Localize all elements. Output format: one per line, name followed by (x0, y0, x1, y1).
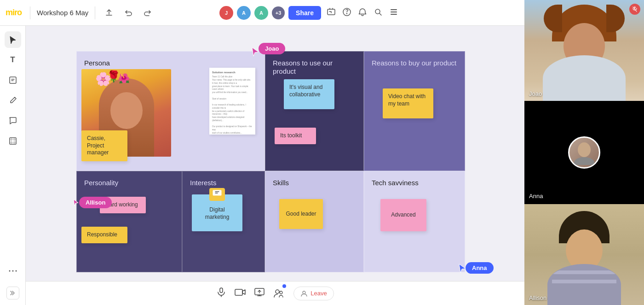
avatar-count: +3 (272, 6, 285, 19)
text-tool-icon: T (10, 55, 15, 65)
joao-cursor: Joao (251, 47, 259, 59)
avatar-user3: A (254, 6, 268, 20)
topbar-right: J A A +3 Share (219, 0, 400, 26)
tool-text[interactable]: T (5, 52, 21, 68)
anna-cursor: Anna (458, 263, 466, 275)
tool-comment[interactable] (5, 112, 21, 129)
cell-skills: Skills Good leader (265, 171, 364, 272)
search-icon[interactable] (372, 6, 385, 21)
cell-reasons-buy: Reasons to buy our product Video chat wi… (364, 51, 465, 171)
sticky-video-chat: Video chat with my team (383, 88, 433, 118)
tool-frame[interactable] (5, 133, 21, 149)
svg-rect-6 (10, 77, 16, 83)
chat-icon (209, 188, 225, 201)
sticky-digital-marketing-wrapper: Digital marketing (192, 194, 242, 236)
tool-select[interactable] (5, 31, 21, 48)
svg-rect-7 (10, 138, 16, 144)
notifications-icon[interactable] (356, 6, 369, 21)
svg-point-15 (276, 290, 279, 293)
leave-label: Leave (310, 290, 327, 297)
anna-label: Anna (466, 262, 494, 274)
sticky-good-leader: Good leader (279, 199, 323, 229)
share-screen-icon[interactable] (254, 287, 265, 299)
anna-name: Anna (529, 193, 543, 199)
notification-dot (282, 284, 286, 288)
sticky-responsible: Responsible (81, 227, 127, 243)
upload-button[interactable] (102, 6, 116, 20)
allison-name: Allison (529, 294, 546, 301)
reasons-buy-title: Reasons to buy our product (372, 59, 456, 67)
joao-mute-icon (629, 4, 640, 15)
svg-point-9 (12, 270, 13, 272)
svg-point-19 (578, 142, 591, 157)
persona-document: Solution research Team 11 Call this plan… (209, 68, 255, 135)
personality-title: Personality (84, 179, 118, 187)
board: Joao Allison Anna Persona (76, 51, 516, 295)
svg-rect-12 (220, 288, 223, 293)
reasons-use-title: Reasons to use our product (273, 59, 333, 75)
svg-point-17 (303, 291, 305, 294)
video-allison: Allison (524, 204, 644, 305)
sidebar-collapse-button[interactable] (6, 287, 19, 299)
leave-button[interactable]: Leave (293, 287, 334, 300)
svg-rect-13 (235, 289, 242, 295)
cell-personality: Personality Hard working Responsible (76, 171, 182, 272)
avatar-user1: J (219, 6, 233, 20)
joao-label: Joao (259, 43, 285, 54)
allison-label: Allison (79, 197, 112, 208)
miro-logo: miro (6, 8, 22, 18)
joao-name: Joao (529, 90, 542, 97)
tool-more[interactable] (5, 263, 21, 279)
avatar-user2: A (237, 6, 251, 20)
topbar-divider-2 (95, 6, 95, 19)
allison-cursor: Allison (73, 199, 79, 209)
sticky-toolkit: Its toolkit (275, 128, 316, 144)
tech-title: Tech savviness (372, 179, 419, 187)
sticky-advanced: Advanced (380, 199, 426, 231)
svg-rect-3 (391, 9, 397, 10)
menu-icon[interactable] (387, 6, 400, 21)
camera-icon[interactable] (235, 287, 246, 299)
cell-interests: Interests Digital marketing (182, 171, 265, 272)
topbar: miro Workshop 6 May J A A +3 Share (0, 0, 524, 26)
svg-rect-5 (391, 14, 397, 15)
tool-pen[interactable] (5, 92, 21, 109)
timer-icon[interactable] (325, 6, 338, 21)
bottom-bar: Leave (26, 281, 524, 305)
redo-button[interactable] (140, 6, 155, 20)
video-anna: Anna (524, 102, 644, 204)
board-grid: Persona 🌸 🌹 🌺 (76, 51, 511, 272)
svg-point-16 (280, 291, 282, 294)
tool-sticky[interactable] (5, 72, 21, 88)
svg-rect-4 (391, 12, 397, 12)
board-title: Workshop 6 May (37, 9, 88, 17)
skills-title: Skills (273, 179, 289, 187)
cell-reasons-use: Reasons to use our product It's visual a… (265, 51, 364, 171)
sticky-visual: It's visual and collaborative (284, 79, 334, 109)
cell-tech-savviness: Tech savviness Advanced (364, 171, 465, 272)
help-icon[interactable] (340, 6, 353, 21)
topbar-action-icons (325, 6, 400, 21)
undo-button[interactable] (121, 6, 136, 20)
share-button[interactable]: Share (288, 6, 321, 20)
topbar-divider-1 (30, 6, 30, 19)
sticky-cassie: Cassie, Project manager (81, 130, 127, 161)
anna-avatar (568, 136, 600, 169)
interests-title: Interests (190, 179, 217, 187)
left-sidebar: T (0, 26, 26, 305)
canvas[interactable]: Joao Allison Anna Persona (26, 26, 524, 305)
svg-point-10 (15, 270, 17, 272)
video-joao: Joao (524, 0, 644, 102)
svg-point-20 (574, 157, 594, 165)
svg-point-8 (9, 270, 10, 272)
cell-persona: Persona 🌸 🌹 🌺 (76, 51, 265, 171)
mic-icon[interactable] (216, 287, 226, 299)
participants-area[interactable] (273, 288, 285, 299)
persona-title: Persona (84, 59, 110, 67)
video-panel: Joao Anna (524, 0, 644, 305)
